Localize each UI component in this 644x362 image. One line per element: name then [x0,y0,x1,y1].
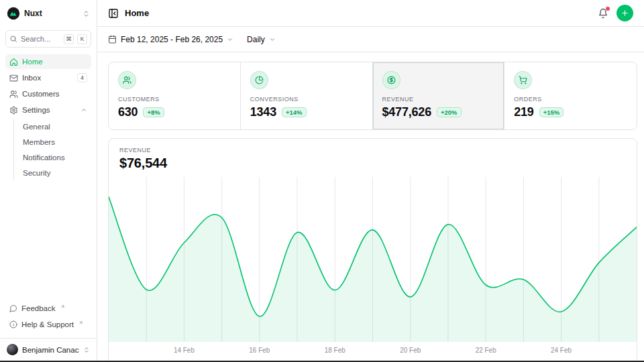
house-icon [9,58,18,66]
dashboard-content: CUSTOMERS 630 +8% CONVERSIONS 1343 +14% [97,52,644,362]
chart-title: REVENUE [119,147,626,154]
stat-label: ORDERS [514,96,627,103]
calendar-icon [108,35,117,44]
svg-text:14 Feb: 14 Feb [174,347,195,354]
stat-card-conversions[interactable]: CONVERSIONS 1343 +14% [241,62,373,129]
sidebar-item-label: Customers [22,90,87,98]
stat-label: CONVERSIONS [250,96,363,103]
sidebar-item-customers[interactable]: Customers [5,86,91,101]
workspace-switcher[interactable]: Nuxt [5,5,91,21]
svg-text:20 Feb: 20 Feb [400,347,421,354]
chevron-up-down-icon [83,347,90,353]
cart-icon [514,71,532,89]
search-input[interactable]: Search... ⌘ K [5,30,91,48]
sidebar-nav: Home Inbox 4 Customers Settings [5,54,91,181]
sidebar-footer: Feedback Help & Support Benjamin Canac [5,301,91,359]
stats-row: CUSTOMERS 630 +8% CONVERSIONS 1343 +14% [108,62,637,130]
avatar [7,344,18,355]
kbd-k: K [77,34,87,44]
users-icon [118,71,136,89]
help-support-link[interactable]: Help & Support [5,317,91,332]
user-name: Benjamin Canac [22,346,79,354]
stat-delta-badge: +14% [282,107,307,117]
sidebar-item-members[interactable]: Members [19,135,91,149]
sidebar: Nuxt Search... ⌘ K Home [0,0,97,362]
workspace-name: Nuxt [24,9,78,18]
chevron-up-icon [80,107,87,113]
message-bubble-icon [9,304,17,312]
users-icon [9,90,18,99]
notifications-button[interactable] [598,8,608,19]
sidebar-item-security[interactable]: Security [19,166,91,180]
date-range-picker[interactable]: Feb 12, 2025 - Feb 26, 2025 [108,35,233,44]
plus-icon [621,9,629,17]
footer-item-label: Feedback [21,304,56,312]
gear-icon [9,106,18,115]
external-link-icon [60,304,65,309]
inbox-icon [9,74,18,82]
page-title: Home [125,8,149,18]
settings-submenu: General Members Notifications Security [13,119,91,180]
chevron-down-icon [269,36,276,43]
chart-total-value: $76,544 [119,156,626,171]
sidebar-item-label: Inbox [22,74,73,82]
chevron-down-icon [227,36,233,43]
revenue-chart-card: REVENUE $76,544 14 Feb16 Feb18 Feb20 Feb… [108,138,637,362]
inbox-count-badge: 4 [77,73,87,82]
stat-value: $477,626 [382,105,431,119]
svg-text:18 Feb: 18 Feb [325,347,346,354]
sub-item-label: Security [23,169,51,177]
sidebar-item-general[interactable]: General [19,119,91,134]
stat-card-revenue[interactable]: REVENUE $477,626 +20% [373,62,505,129]
svg-text:16 Feb: 16 Feb [249,347,270,354]
footer-item-label: Help & Support [21,320,74,328]
stat-label: CUSTOMERS [118,96,231,103]
dollar-circle-icon [382,71,400,89]
nuxt-logo-icon [7,7,20,20]
sidebar-spacer [5,181,91,301]
app-window: Nuxt Search... ⌘ K Home [0,0,644,362]
chart-header: REVENUE $76,544 [109,139,637,171]
stat-card-customers[interactable]: CUSTOMERS 630 +8% [109,62,241,129]
period-label: Daily [247,35,265,44]
sidebar-item-notifications[interactable]: Notifications [19,150,91,165]
sidebar-item-label: Settings [22,106,76,114]
notification-dot [606,7,610,11]
topbar-actions [598,5,633,21]
collapse-sidebar-button[interactable] [108,8,119,19]
info-circle-icon [9,320,17,328]
sub-item-label: Members [23,138,55,146]
stat-delta-badge: +20% [437,107,462,117]
kbd-cmd: ⌘ [64,34,74,44]
add-button[interactable] [616,5,633,21]
main-area: Home Feb 12, 2025 - Feb 26, 2025 [97,0,644,362]
stat-delta-badge: +15% [539,107,564,117]
stat-label: REVENUE [382,96,495,103]
sidebar-item-home[interactable]: Home [5,54,91,69]
filterbar: Feb 12, 2025 - Feb 26, 2025 Daily [97,27,644,52]
stat-value: 1343 [250,105,276,119]
stat-delta-badge: +8% [143,107,164,117]
topbar: Home [97,0,644,27]
revenue-area-chart: 14 Feb16 Feb18 Feb20 Feb22 Feb24 Feb [109,177,637,357]
search-placeholder: Search... [21,35,60,43]
sidebar-item-settings[interactable]: Settings [5,103,91,117]
user-menu[interactable]: Benjamin Canac [0,338,97,359]
stat-value: 219 [514,105,533,119]
svg-text:24 Feb: 24 Feb [551,347,572,354]
sub-item-label: General [23,123,50,131]
search-icon [9,35,17,43]
pie-chart-icon [250,71,268,89]
svg-text:22 Feb: 22 Feb [476,347,497,354]
period-select[interactable]: Daily [247,35,276,44]
sidebar-item-label: Home [22,58,87,66]
feedback-link[interactable]: Feedback [5,301,91,316]
sidebar-item-inbox[interactable]: Inbox 4 [5,70,91,85]
date-range-label: Feb 12, 2025 - Feb 26, 2025 [121,35,223,44]
stat-card-orders[interactable]: ORDERS 219 +15% [504,62,637,129]
chevron-up-down-icon [83,10,90,17]
external-link-icon [78,320,83,325]
sub-item-label: Notifications [23,154,65,162]
stat-value: 630 [118,105,138,119]
